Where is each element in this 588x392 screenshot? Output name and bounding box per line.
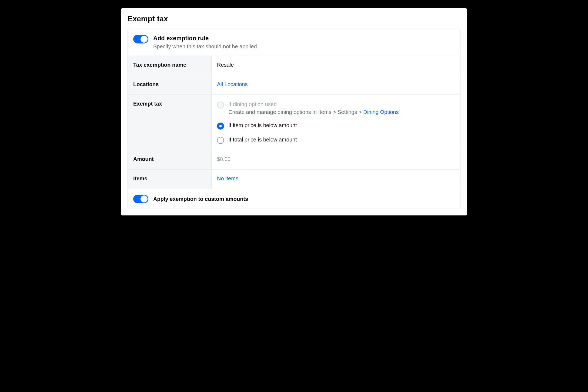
add-exemption-toggle[interactable] bbox=[133, 35, 148, 43]
add-exemption-title: Add exemption rule bbox=[153, 35, 258, 42]
form-container: Add exemption rule Specify when this tax… bbox=[128, 29, 460, 209]
value-locations[interactable]: All Locations bbox=[212, 75, 460, 94]
apply-custom-toggle[interactable] bbox=[133, 195, 148, 203]
label-exempt-tax: Exempt tax bbox=[128, 95, 212, 150]
apply-custom-label: Apply exemption to custom amounts bbox=[153, 196, 248, 202]
radio-dining bbox=[217, 102, 224, 109]
radio-total-below[interactable] bbox=[217, 137, 224, 144]
exempt-tax-panel: Exempt tax Add exemption rule Specify wh… bbox=[121, 8, 467, 215]
row-exempt-tax: Exempt tax If dining option used Create … bbox=[128, 95, 460, 150]
dining-options-link[interactable]: Dining Options bbox=[363, 109, 399, 115]
add-exemption-subtitle: Specify when this tax should not be appl… bbox=[153, 43, 258, 50]
radio-dining-label-wrap: If dining option used Create and manage … bbox=[228, 101, 399, 115]
label-locations: Locations bbox=[128, 75, 212, 94]
radio-item-below[interactable] bbox=[217, 123, 224, 130]
toggle-knob-icon bbox=[141, 36, 148, 43]
exemption-name-text: Resale bbox=[217, 62, 455, 68]
radio-total-below-label: If total price is below amount bbox=[228, 137, 297, 143]
value-amount[interactable]: $0.00 bbox=[212, 150, 460, 169]
row-items: Items No items bbox=[128, 170, 460, 189]
label-amount: Amount bbox=[128, 150, 212, 169]
exempt-tax-radio-group: If dining option used Create and manage … bbox=[217, 101, 455, 144]
radio-dining-help-text: Create and manage dining options in Item… bbox=[228, 109, 363, 115]
row-amount: Amount $0.00 bbox=[128, 150, 460, 170]
row-exemption-name: Tax exemption name Resale bbox=[128, 56, 460, 75]
radio-item-total-below[interactable]: If total price is below amount bbox=[217, 137, 455, 144]
add-exemption-header: Add exemption rule Specify when this tax… bbox=[128, 29, 460, 56]
add-exemption-text: Add exemption rule Specify when this tax… bbox=[153, 35, 258, 50]
items-link[interactable]: No items bbox=[217, 175, 455, 182]
amount-placeholder: $0.00 bbox=[217, 156, 455, 162]
radio-dining-label: If dining option used bbox=[228, 101, 399, 107]
label-items: Items bbox=[128, 170, 212, 189]
page-title: Exempt tax bbox=[128, 15, 460, 23]
radio-item-dining: If dining option used Create and manage … bbox=[217, 101, 455, 115]
toggle-knob-icon bbox=[141, 195, 148, 202]
radio-dining-help: Create and manage dining options in Item… bbox=[228, 109, 399, 115]
radio-item-below-label: If item price is below amount bbox=[228, 122, 297, 129]
locations-link[interactable]: All Locations bbox=[217, 81, 455, 87]
value-exempt-tax: If dining option used Create and manage … bbox=[212, 95, 460, 150]
radio-item-item-below[interactable]: If item price is below amount bbox=[217, 122, 455, 130]
footer-row: Apply exemption to custom amounts bbox=[128, 189, 460, 209]
value-items[interactable]: No items bbox=[212, 170, 460, 189]
value-exemption-name[interactable]: Resale bbox=[212, 56, 460, 75]
row-locations: Locations All Locations bbox=[128, 75, 460, 95]
label-exemption-name: Tax exemption name bbox=[128, 56, 212, 75]
